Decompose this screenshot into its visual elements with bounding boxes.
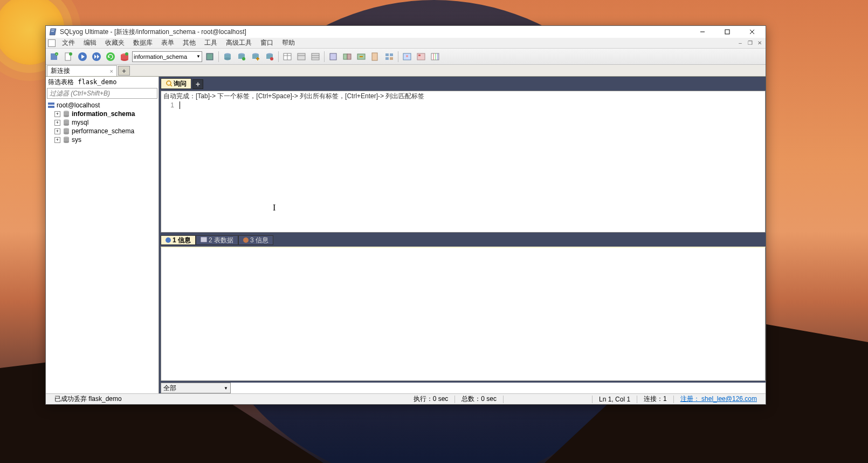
execute-query-button[interactable] xyxy=(76,50,89,63)
toolbar-separator xyxy=(218,51,219,62)
svg-rect-38 xyxy=(347,54,351,59)
mdi-restore[interactable]: ❐ xyxy=(746,40,754,46)
database-icon xyxy=(62,127,71,135)
toolbar-separator xyxy=(278,51,279,62)
db-backup-button[interactable] xyxy=(263,50,276,63)
schema-button-1[interactable] xyxy=(327,50,340,63)
menu-tools[interactable]: 工具 xyxy=(200,37,222,49)
db-import-button[interactable] xyxy=(249,50,262,63)
pref-button[interactable] xyxy=(415,50,428,63)
table-button-2[interactable] xyxy=(295,50,308,63)
tree-db-sys[interactable]: + sys xyxy=(47,135,157,144)
database-tree[interactable]: root@localhost + information_schema + my… xyxy=(46,100,159,393)
mdi-system-icon[interactable] xyxy=(48,39,56,47)
svg-point-66 xyxy=(64,141,69,143)
filter-input[interactable] xyxy=(47,88,157,99)
svg-rect-44 xyxy=(390,57,393,60)
window-controls xyxy=(690,26,764,38)
main-area: 筛选表格 flask_demo root@localhost + informa… xyxy=(46,77,766,393)
titlebar[interactable]: SQLyog Ultimate - [新连接/information_schem… xyxy=(46,26,766,38)
expand-icon[interactable]: + xyxy=(54,120,60,126)
schema-button-3[interactable] xyxy=(355,50,368,63)
db-sync-button[interactable] xyxy=(221,50,234,63)
svg-text:+: + xyxy=(56,52,58,56)
result-tab-info1[interactable]: 1 信息 xyxy=(161,235,196,245)
menu-favorites[interactable]: 收藏夹 xyxy=(101,37,129,49)
menu-edit[interactable]: 编辑 xyxy=(79,37,101,49)
db-export-button[interactable] xyxy=(235,50,248,63)
editor-content[interactable] xyxy=(177,101,180,109)
database-icon xyxy=(62,119,71,126)
connection-tabs: 新连接 × + xyxy=(46,65,766,77)
database-selector-value: information_schema xyxy=(134,53,187,60)
expand-icon[interactable]: + xyxy=(54,137,60,143)
svg-rect-31 xyxy=(298,53,305,60)
mdi-close[interactable]: ✕ xyxy=(756,40,763,46)
schema-button-5[interactable] xyxy=(383,50,396,63)
stop-button[interactable] xyxy=(118,50,131,63)
svg-point-8 xyxy=(69,52,72,56)
menu-others[interactable]: 其他 xyxy=(178,37,200,49)
tool-button-1[interactable] xyxy=(203,50,216,63)
result-filter-combo[interactable]: 全部 ▼ xyxy=(161,383,231,393)
tree-db-information-schema[interactable]: + information_schema xyxy=(47,110,157,118)
schema-button-2[interactable] xyxy=(341,50,354,63)
new-query-button[interactable] xyxy=(62,50,75,63)
query-tab-label: 询问 xyxy=(174,79,187,88)
menu-powertools[interactable]: 高级工具 xyxy=(222,37,256,49)
svg-rect-42 xyxy=(390,53,393,56)
svg-rect-54 xyxy=(48,106,54,108)
result-tab-label: 1 信息 xyxy=(173,236,191,245)
database-selector[interactable]: information_schema ▼ xyxy=(132,51,202,62)
expand-icon[interactable]: + xyxy=(54,111,60,117)
user-button[interactable] xyxy=(401,50,414,63)
sql-editor[interactable]: 自动完成：[Tab]-> 下一个标签，[Ctrl+Space]-> 列出所有标签… xyxy=(161,91,766,233)
query-tab[interactable]: 询问 xyxy=(161,78,191,89)
editor-hint-text: 自动完成：[Tab]-> 下一个标签，[Ctrl+Space]-> 列出所有标签… xyxy=(161,91,765,101)
tree-db-performance-schema[interactable]: + performance_schema xyxy=(47,127,157,135)
svg-rect-33 xyxy=(312,53,319,60)
query-tab-icon xyxy=(166,80,172,88)
mdi-minimize[interactable]: – xyxy=(736,40,744,46)
menu-database[interactable]: 数据库 xyxy=(129,37,157,49)
result-tabs: 1 信息 2 表数据 3 信息 xyxy=(161,234,766,245)
result-tab-label: 3 信息 xyxy=(250,236,268,245)
svg-line-68 xyxy=(170,85,172,86)
connection-tab[interactable]: 新连接 × xyxy=(47,65,117,76)
add-query-tab-button[interactable]: + xyxy=(192,79,203,89)
refresh-button[interactable] xyxy=(104,50,117,63)
tree-db-mysql[interactable]: + mysql xyxy=(47,118,157,127)
query-tabs: 询问 + xyxy=(161,78,766,89)
execute-all-button[interactable] xyxy=(90,50,103,63)
table-button-1[interactable] xyxy=(281,50,294,63)
close-button[interactable] xyxy=(740,26,764,38)
result-pane[interactable] xyxy=(161,247,766,381)
expand-icon[interactable]: + xyxy=(54,128,60,134)
result-tab-tabledata[interactable]: 2 表数据 xyxy=(196,235,238,245)
tab-close-icon[interactable]: × xyxy=(110,68,113,74)
tree-db-label: mysql xyxy=(72,119,88,126)
menu-table[interactable]: 表单 xyxy=(157,37,178,49)
add-connection-tab-button[interactable]: + xyxy=(118,66,130,76)
status-registration-link[interactable]: 注册： shel_lee@126.com xyxy=(675,394,762,404)
new-connection-button[interactable]: + xyxy=(48,50,61,63)
grid-button[interactable] xyxy=(429,50,442,63)
dropdown-arrow-icon: ▼ xyxy=(196,54,201,59)
table-icon xyxy=(201,236,207,244)
maximize-button[interactable] xyxy=(715,26,740,38)
menubar: 文件 编辑 收藏夹 数据库 表单 其他 工具 高级工具 窗口 帮助 – ❐ ✕ xyxy=(46,38,766,49)
minimize-button[interactable] xyxy=(690,26,715,38)
svg-point-11 xyxy=(106,52,115,61)
info-icon xyxy=(166,237,171,243)
toolbar-separator xyxy=(398,51,398,62)
tree-root[interactable]: root@localhost xyxy=(47,101,157,110)
schema-button-4[interactable] xyxy=(369,50,382,63)
menu-window[interactable]: 窗口 xyxy=(256,37,278,49)
result-tab-info2[interactable]: 3 信息 xyxy=(238,235,273,245)
connection-tab-label: 新连接 xyxy=(51,66,70,76)
menu-help[interactable]: 帮助 xyxy=(278,37,299,49)
tree-root-label: root@localhost xyxy=(57,101,100,109)
table-button-3[interactable] xyxy=(309,50,322,63)
svg-point-15 xyxy=(125,52,128,56)
menu-file[interactable]: 文件 xyxy=(58,37,79,49)
